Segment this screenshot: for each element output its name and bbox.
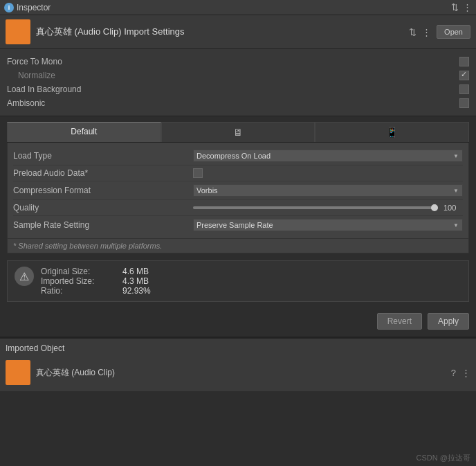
- normalize-checkbox[interactable]: [459, 71, 469, 80]
- imported-size-row: Imported Size: 4.3 MB: [41, 276, 151, 286]
- preload-audio-row: Preload Audio Data*: [13, 165, 463, 181]
- platform-tabs: Default 🖥 📱: [7, 122, 469, 143]
- imported-object-section: Imported Object 真心英雄 (Audio Clip) ? ⋮: [0, 337, 476, 391]
- action-buttons: Revert Apply: [0, 309, 476, 337]
- force-to-mono-row: Force To Mono: [7, 55, 469, 69]
- load-type-select-wrapper: Decompress On Load Compressed In Memory …: [193, 150, 463, 162]
- preload-audio-control: [193, 168, 463, 178]
- sample-rate-row: Sample Rate Setting Preserve Sample Rate…: [13, 216, 463, 234]
- sample-rate-label: Sample Rate Setting: [13, 220, 193, 230]
- file-info-box: ⚠ Original Size: 4.6 MB Imported Size: 4…: [7, 260, 469, 302]
- imported-item-label: 真心英雄 (Audio Clip): [36, 367, 115, 379]
- ambisonic-row: Ambisonic: [7, 96, 469, 110]
- tab-default-label: Default: [71, 127, 97, 136]
- shared-note: * Shared setting between multiple platfo…: [7, 239, 469, 253]
- sample-rate-select[interactable]: Preserve Sample Rate Optimize Sample Rat…: [193, 219, 463, 231]
- force-to-mono-label: Force To Mono: [7, 57, 62, 66]
- load-type-control: Decompress On Load Compressed In Memory …: [193, 150, 463, 162]
- header-left: i Inspector: [4, 3, 51, 12]
- ratio-value: 92.93%: [122, 286, 151, 296]
- sample-rate-select-wrapper: Preserve Sample Rate Optimize Sample Rat…: [193, 219, 463, 231]
- imported-item-right: ? ⋮: [451, 368, 470, 378]
- ratio-row: Ratio: 92.93%: [41, 286, 151, 296]
- quality-row: Quality 100: [13, 200, 463, 216]
- apply-button[interactable]: Apply: [428, 313, 469, 330]
- basic-settings: Force To Mono Normalize Load In Backgrou…: [0, 49, 476, 116]
- sample-rate-control: Preserve Sample Rate Optimize Sample Rat…: [193, 219, 463, 231]
- asset-title: 真心英雄 (Audio Clip) Import Settings: [36, 26, 185, 38]
- load-type-row: Load Type Decompress On Load Compressed …: [13, 147, 463, 165]
- tab-default[interactable]: Default: [7, 122, 161, 142]
- compression-format-row: Compression Format PCM Vorbis ADPCM: [13, 181, 463, 200]
- imported-size-label: Imported Size:: [41, 276, 117, 286]
- compression-format-select-wrapper: PCM Vorbis ADPCM: [193, 184, 463, 197]
- normalize-label: Normalize: [7, 71, 55, 80]
- asset-header-right: ⇅ ⋮ Open: [409, 25, 470, 39]
- mobile-icon: 📱: [386, 127, 398, 138]
- file-info-table: Original Size: 4.6 MB Imported Size: 4.3…: [41, 267, 151, 296]
- load-in-background-row: Load In Background: [7, 82, 469, 96]
- quality-control: 100: [193, 204, 463, 212]
- more-icon[interactable]: ⋮: [422, 27, 431, 37]
- compression-format-control: PCM Vorbis ADPCM: [193, 184, 463, 197]
- inspector-title: Inspector: [17, 3, 51, 12]
- footer-watermark: CSDN @拉达哥: [416, 453, 470, 463]
- warning-icon: ⚠: [15, 267, 34, 286]
- asset-header: 真心英雄 (Audio Clip) Import Settings ⇅ ⋮ Op…: [0, 15, 476, 49]
- quality-thumb[interactable]: [431, 204, 438, 211]
- sort-icon[interactable]: ⇅: [451, 2, 459, 12]
- open-button[interactable]: Open: [437, 25, 470, 39]
- asset-icon: [6, 19, 30, 44]
- normalize-row: Normalize: [7, 69, 469, 82]
- desktop-icon: 🖥: [233, 127, 243, 138]
- tab-mobile[interactable]: 📱: [315, 122, 469, 142]
- imported-asset-icon: [6, 360, 30, 385]
- quality-value: 100: [443, 204, 463, 212]
- imported-object-title: Imported Object: [6, 342, 470, 357]
- help-icon[interactable]: ?: [451, 368, 456, 378]
- quality-slider[interactable]: [193, 206, 438, 209]
- ratio-label: Ratio:: [41, 286, 117, 296]
- load-type-select[interactable]: Decompress On Load Compressed In Memory …: [193, 150, 463, 162]
- quality-fill: [193, 206, 438, 209]
- menu-icon[interactable]: ⋮: [463, 2, 472, 12]
- ambisonic-checkbox[interactable]: [459, 98, 469, 108]
- load-in-background-checkbox[interactable]: [459, 84, 469, 94]
- tab-desktop[interactable]: 🖥: [161, 122, 315, 142]
- shared-note-text: * Shared setting between multiple platfo…: [13, 242, 162, 250]
- header-right: ⇅ ⋮: [451, 2, 472, 12]
- compression-format-select[interactable]: PCM Vorbis ADPCM: [193, 184, 463, 197]
- imported-item-left: 真心英雄 (Audio Clip): [6, 360, 115, 385]
- imported-item: 真心英雄 (Audio Clip) ? ⋮: [6, 357, 470, 388]
- load-type-label: Load Type: [13, 151, 193, 161]
- imported-more-icon[interactable]: ⋮: [461, 368, 470, 378]
- asset-header-left: 真心英雄 (Audio Clip) Import Settings: [6, 19, 185, 44]
- import-settings: Load Type Decompress On Load Compressed …: [7, 143, 469, 239]
- quality-label: Quality: [13, 203, 193, 213]
- inspector-header: i Inspector ⇅ ⋮: [0, 0, 476, 15]
- settings-icon[interactable]: ⇅: [409, 27, 416, 37]
- force-to-mono-checkbox[interactable]: [459, 57, 469, 66]
- load-in-background-label: Load In Background: [7, 84, 81, 94]
- ambisonic-label: Ambisonic: [7, 98, 45, 108]
- original-size-label: Original Size:: [41, 267, 117, 276]
- preload-audio-checkbox[interactable]: [193, 168, 203, 178]
- preload-audio-label: Preload Audio Data*: [13, 168, 193, 178]
- info-icon: i: [4, 3, 14, 12]
- revert-button[interactable]: Revert: [377, 313, 422, 330]
- original-size-value: 4.6 MB: [122, 267, 149, 276]
- imported-size-value: 4.3 MB: [122, 276, 149, 286]
- original-size-row: Original Size: 4.6 MB: [41, 267, 151, 276]
- compression-format-label: Compression Format: [13, 186, 193, 195]
- watermark-text: CSDN @拉达哥: [416, 454, 470, 462]
